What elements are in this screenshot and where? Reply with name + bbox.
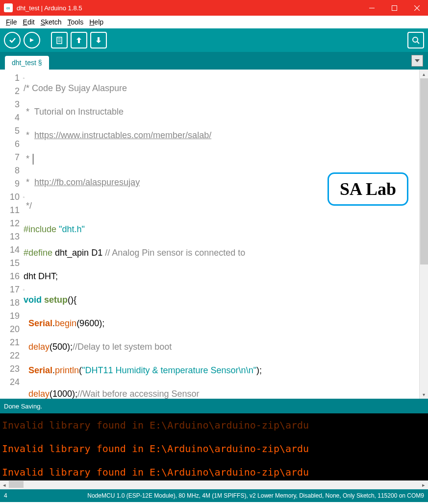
- svg-rect-12: [98, 37, 100, 41]
- status-bar: Done Saving.: [0, 399, 428, 413]
- code-link: https://www.instructables.com/member/sal…: [34, 130, 211, 140]
- toolbar: [0, 28, 428, 52]
- menu-sketch[interactable]: Sketch: [38, 17, 65, 27]
- menubar: File Edit Sketch Tools Help: [0, 16, 428, 28]
- line-number: 2: [0, 85, 24, 98]
- line-number: 8: [0, 164, 24, 177]
- cursor-position: 4: [4, 492, 7, 499]
- svg-marker-9: [76, 37, 81, 40]
- footer-bar: 4 NodeMCU 1.0 (ESP-12E Module), 80 MHz, …: [0, 489, 428, 502]
- code-text: [24, 318, 28, 328]
- code-text: println: [55, 365, 79, 375]
- scroll-right-icon[interactable]: ▸: [419, 482, 428, 488]
- scroll-thumb[interactable]: [9, 481, 24, 488]
- code-text: setup: [44, 295, 68, 305]
- code-text: #include: [24, 224, 56, 234]
- maximize-button[interactable]: [383, 0, 405, 16]
- code-text: delay: [28, 342, 50, 352]
- code-text: void: [24, 295, 42, 305]
- menu-help[interactable]: Help: [86, 17, 106, 27]
- code-text: // Analog Pin sensor is connected to: [105, 248, 245, 258]
- line-number: 4: [0, 111, 24, 124]
- menu-file[interactable]: File: [3, 17, 20, 27]
- code-text: *: [24, 177, 34, 187]
- editor-vertical-scrollbar[interactable]: ▴ ▾: [419, 70, 428, 399]
- line-number: 21: [0, 336, 24, 349]
- scroll-left-icon[interactable]: ◂: [0, 482, 9, 488]
- scroll-thumb[interactable]: [420, 78, 428, 264]
- code-text: [24, 365, 28, 375]
- svg-rect-10: [78, 40, 80, 43]
- sa-lab-watermark: SA Lab: [327, 172, 408, 206]
- line-number: 1: [0, 72, 24, 85]
- code-text: */: [24, 201, 32, 211]
- line-number: 24: [0, 376, 24, 389]
- code-text: [24, 389, 28, 399]
- code-text: (){: [68, 295, 76, 305]
- line-number: 10: [0, 191, 24, 204]
- close-button[interactable]: [405, 0, 428, 16]
- code-text: begin: [55, 318, 76, 328]
- code-text: * Tutorial on Instructable: [24, 107, 124, 117]
- line-number: 23: [0, 362, 24, 376]
- menu-edit[interactable]: Edit: [20, 17, 38, 27]
- minimize-button[interactable]: [360, 0, 383, 16]
- tab-dht-test[interactable]: dht_test §: [5, 56, 49, 70]
- svg-rect-0: [369, 8, 375, 8]
- svg-marker-15: [415, 59, 420, 62]
- code-text: //Wait before accessing Sensor: [77, 389, 199, 399]
- scroll-down-icon[interactable]: ▾: [420, 390, 428, 399]
- status-text: Done Saving.: [4, 403, 42, 410]
- line-number: 6: [0, 138, 24, 151]
- code-editor[interactable]: 1 2 3 4 5 6 7 8 9 10 11 12 13 14 15 16 1…: [0, 70, 428, 399]
- verify-button[interactable]: [4, 32, 21, 48]
- console-line: Invalid library found in E:\Arduino\ardu…: [2, 466, 426, 478]
- console-horizontal-scrollbar[interactable]: ◂ ▸: [0, 480, 428, 489]
- code-text: "DHT11 Humidity & temperature Sensor\n\n…: [82, 365, 256, 375]
- tab-dropdown-button[interactable]: [411, 55, 423, 67]
- window-buttons: [360, 0, 428, 16]
- window-title: dht_test | Arduino 1.8.5: [17, 4, 360, 12]
- output-console[interactable]: Invalid library found in E:\Arduino\ardu…: [0, 413, 428, 480]
- save-button[interactable]: [90, 32, 107, 48]
- line-number: 20: [0, 323, 24, 336]
- board-info: NodeMCU 1.0 (ESP-12E Module), 80 MHz, 4M…: [7, 492, 424, 499]
- line-number: 13: [0, 230, 24, 243]
- code-text: /* Code By Sujay Alaspure: [24, 83, 127, 93]
- line-number: 18: [0, 296, 24, 310]
- line-number: 17: [0, 283, 24, 296]
- code-text: Serial: [28, 365, 52, 375]
- line-number: 15: [0, 257, 24, 270]
- svg-point-13: [413, 37, 418, 42]
- titlebar: ∞ dht_test | Arduino 1.8.5: [0, 0, 428, 16]
- code-text: #define: [24, 248, 52, 258]
- line-number: 11: [0, 204, 24, 217]
- line-number: 22: [0, 349, 24, 362]
- code-text: "dht.h": [56, 224, 85, 234]
- line-number: 7: [0, 151, 24, 164]
- code-text: (500);: [50, 342, 73, 352]
- svg-marker-4: [30, 38, 34, 42]
- code-text: dht_apin D1: [52, 248, 105, 258]
- open-button[interactable]: [71, 32, 87, 48]
- line-number: 3: [0, 98, 24, 111]
- code-text: dht DHT;: [24, 271, 58, 281]
- arduino-logo-icon: ∞: [4, 3, 13, 12]
- menu-tools[interactable]: Tools: [65, 17, 87, 27]
- console-line: Invalid library found in E:\Arduino\ardu…: [2, 443, 426, 455]
- code-text: [24, 342, 28, 352]
- code-text: *: [24, 130, 34, 140]
- line-number: 5: [0, 124, 24, 138]
- tabbar: dht_test §: [0, 52, 428, 70]
- svg-line-14: [417, 42, 419, 44]
- line-number: 12: [0, 217, 24, 230]
- code-area[interactable]: /* Code By Sujay Alaspure * Tutorial on …: [24, 70, 428, 399]
- line-number: 9: [0, 177, 24, 191]
- upload-button[interactable]: [24, 32, 40, 48]
- new-button[interactable]: [51, 32, 68, 48]
- serial-monitor-button[interactable]: [407, 32, 424, 48]
- code-text: );: [256, 365, 262, 375]
- scroll-up-icon[interactable]: ▴: [420, 70, 428, 78]
- svg-marker-11: [96, 41, 101, 43]
- scroll-track[interactable]: [9, 480, 419, 489]
